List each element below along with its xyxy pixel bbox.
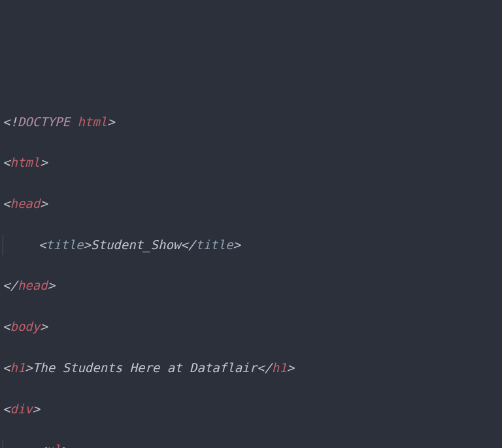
code-line: <h1>The Students Here at Dataflair</h1> xyxy=(3,358,499,378)
code-line: </head> xyxy=(3,275,499,296)
code-line: <html> xyxy=(3,152,499,173)
code-editor[interactable]: <!DOCTYPE html> <html> <head> <title>Stu… xyxy=(3,91,499,448)
code-line: <body> xyxy=(3,317,499,337)
code-line: <ul> xyxy=(3,439,499,448)
code-line: <head> xyxy=(3,194,499,214)
code-line: <div> xyxy=(3,399,499,419)
code-line: <!DOCTYPE html> xyxy=(3,112,499,132)
code-line: <title>Student_Show</title> xyxy=(3,235,499,255)
